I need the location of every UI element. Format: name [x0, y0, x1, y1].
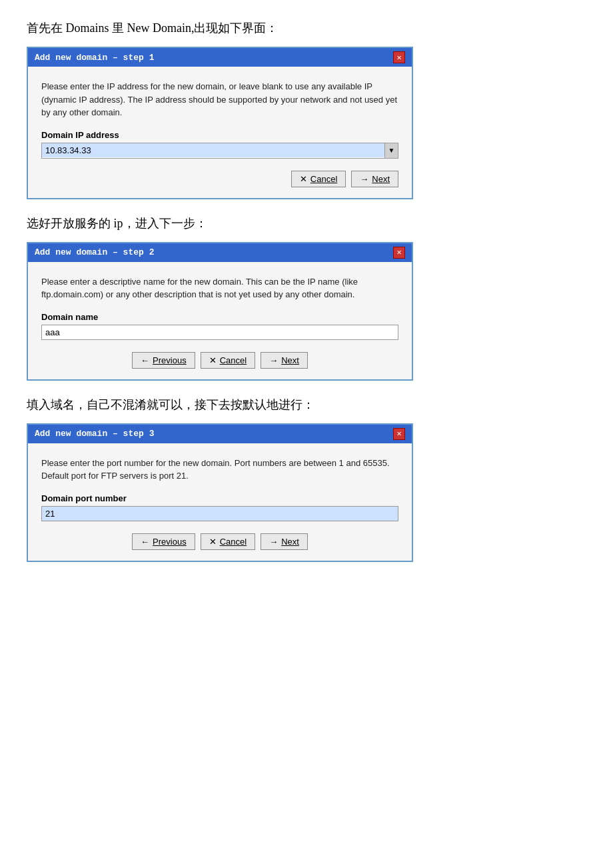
next-button[interactable]: → Next	[261, 533, 308, 550]
domain-name-label: Domain name	[41, 312, 398, 322]
next-button[interactable]: → Next	[261, 352, 308, 369]
previous-arrow-icon: ←	[141, 537, 149, 547]
cancel-button[interactable]: ✕ Cancel	[201, 533, 255, 550]
cancel-label: Cancel	[220, 537, 247, 547]
cancel-icon: ✕	[300, 174, 307, 184]
dialog-step1: Add new domain – step 1 ✕ Please enter t…	[27, 47, 413, 199]
dialog-step2-titlebar: Add new domain – step 2 ✕	[28, 243, 412, 262]
section1-intro: 首先在 Domains 里 New Domain,出现如下界面：	[27, 20, 586, 36]
dialog-step2-close-button[interactable]: ✕	[393, 247, 405, 259]
dialog-step3-title: Add new domain – step 3	[35, 429, 154, 439]
next-arrow-icon: →	[269, 355, 278, 365]
cancel-label: Cancel	[220, 355, 247, 365]
close-icon: ✕	[396, 429, 401, 439]
next-label: Next	[281, 355, 299, 365]
next-label: Next	[281, 537, 299, 547]
dialog-step1-close-button[interactable]: ✕	[393, 51, 405, 63]
domain-ip-label: Domain IP address	[41, 130, 398, 140]
previous-arrow-icon: ←	[141, 355, 149, 365]
step2-button-row: ← Previous ✕ Cancel → Next	[41, 352, 398, 369]
next-label: Next	[372, 174, 390, 184]
next-arrow-icon: →	[360, 174, 368, 184]
next-button[interactable]: → Next	[351, 171, 398, 187]
dialog-step3-close-button[interactable]: ✕	[393, 428, 405, 440]
cancel-button[interactable]: ✕ Cancel	[291, 171, 346, 187]
previous-button[interactable]: ← Previous	[132, 533, 195, 550]
previous-label: Previous	[153, 355, 187, 365]
close-icon: ✕	[396, 53, 401, 63]
next-arrow-icon: →	[269, 537, 278, 547]
dialog-step1-title: Add new domain – step 1	[35, 53, 154, 63]
cancel-icon: ✕	[209, 355, 217, 365]
dialog-step2-description: Please enter a descriptive name for the …	[41, 275, 398, 301]
previous-button[interactable]: ← Previous	[132, 352, 195, 369]
step1-button-row: ✕ Cancel → Next	[41, 171, 398, 187]
section2-intro: 选好开放服务的 ip，进入下一步：	[27, 215, 586, 231]
dialog-step1-titlebar: Add new domain – step 1 ✕	[28, 48, 412, 67]
dialog-step3-titlebar: Add new domain – step 3 ✕	[28, 425, 412, 443]
dialog-step2-title: Add new domain – step 2	[35, 247, 154, 257]
step3-button-row: ← Previous ✕ Cancel → Next	[41, 533, 398, 550]
domain-ip-field[interactable]: ▼	[41, 143, 398, 159]
domain-port-label: Domain port number	[41, 493, 398, 503]
close-icon: ✕	[396, 247, 401, 257]
cancel-button[interactable]: ✕ Cancel	[201, 352, 255, 369]
domain-ip-input[interactable]	[42, 143, 384, 157]
dialog-step3-body: Please enter the port number for the new…	[28, 443, 412, 561]
dialog-step3-description: Please enter the port number for the new…	[41, 457, 398, 483]
dialog-step1-description: Please enter the IP address for the new …	[41, 80, 398, 119]
section3-intro: 填入域名，自己不混淆就可以，接下去按默认地进行：	[27, 397, 586, 413]
dialog-step2: Add new domain – step 2 ✕ Please enter a…	[27, 242, 413, 381]
cancel-icon: ✕	[209, 537, 217, 547]
dialog-step3: Add new domain – step 3 ✕ Please enter t…	[27, 423, 413, 562]
dialog-step2-body: Please enter a descriptive name for the …	[28, 262, 412, 379]
dialog-step1-body: Please enter the IP address for the new …	[28, 67, 412, 198]
domain-name-input[interactable]	[41, 325, 398, 340]
domain-port-input[interactable]	[41, 506, 398, 521]
cancel-label: Cancel	[310, 174, 337, 184]
dropdown-arrow-icon[interactable]: ▼	[384, 143, 398, 158]
previous-label: Previous	[153, 537, 187, 547]
